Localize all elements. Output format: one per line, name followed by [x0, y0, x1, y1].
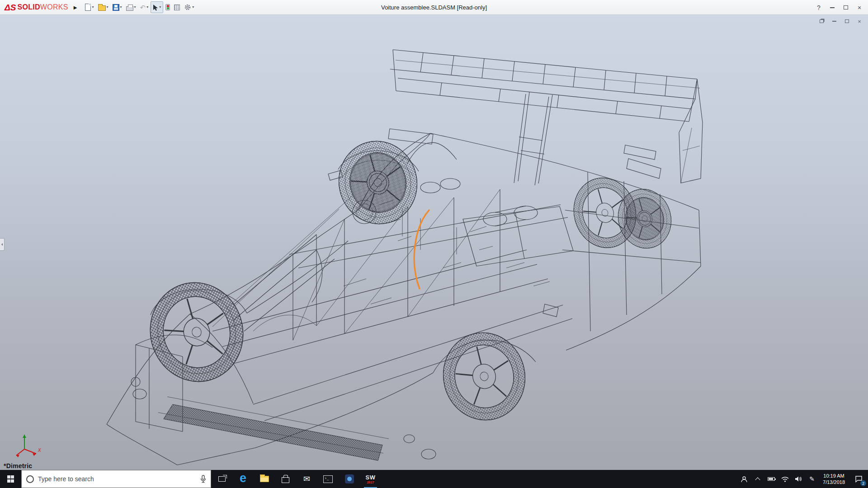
clock-date: 7/13/2018 [823, 479, 845, 485]
edge-icon: e [240, 472, 246, 484]
triad-x-label: X [38, 448, 41, 453]
taskbar-app-edge[interactable]: e [232, 470, 254, 488]
options-button[interactable]: ▾ [182, 1, 196, 13]
view-orientation-label: *Dimetric [4, 462, 32, 469]
solidworks-logo: ΔS SOLIDWORKS [0, 3, 72, 12]
windows-taskbar: e ✉ ›_ SW 2017 ✎ 10:19 AM 7/13/2018 2 [0, 470, 868, 488]
dropdown-caret-icon[interactable]: ▾ [107, 5, 108, 9]
clock-time: 10:19 AM [823, 473, 844, 479]
store-icon [282, 477, 289, 483]
menu-flyout-arrow-icon[interactable]: ▶ [74, 5, 77, 10]
tray-overflow-button[interactable] [751, 470, 764, 488]
undo-icon: ↶ [140, 4, 146, 11]
doc-minimize-button[interactable] [830, 18, 838, 25]
cortana-icon [26, 475, 34, 483]
windows-logo-icon [7, 475, 14, 483]
brand-name: SOLIDWORKS [17, 3, 68, 11]
print-icon [126, 6, 133, 11]
rebuild-button[interactable] [164, 1, 172, 13]
brand-works: WORKS [40, 3, 68, 11]
window-title: Voiture assemblee.SLDASM [Read-only] [381, 0, 487, 15]
people-button[interactable] [737, 470, 751, 488]
close-button[interactable]: × [853, 2, 866, 14]
system-tray: ✎ 10:19 AM 7/13/2018 2 [737, 470, 868, 488]
blue-app-icon [345, 474, 354, 483]
doc-restore-button[interactable] [817, 18, 826, 25]
doc-minimize-icon [832, 21, 836, 22]
taskbar-app-store[interactable] [275, 470, 296, 488]
ds-logo-icon: ΔS [5, 3, 16, 12]
dropdown-caret-icon[interactable]: ▾ [92, 5, 94, 9]
save-floppy-icon [113, 4, 119, 11]
battery-icon [768, 477, 775, 481]
dropdown-caret-icon[interactable]: ▾ [159, 5, 161, 9]
restore-button[interactable] [839, 2, 853, 14]
speaker-icon [795, 476, 802, 482]
doc-maximize-button[interactable] [843, 18, 851, 25]
brand-solid: SOLID [17, 3, 40, 11]
restore-icon [844, 5, 848, 9]
print-button[interactable]: ▾ [124, 1, 138, 13]
task-view-button[interactable] [211, 470, 232, 488]
doc-maximize-icon [845, 19, 849, 23]
taskbar-clock[interactable]: 10:19 AM 7/13/2018 [819, 473, 849, 485]
gear-icon [184, 4, 191, 11]
taskbar-app-blue[interactable] [339, 470, 360, 488]
windows-ink-button[interactable]: ✎ [805, 470, 819, 488]
task-view-icon [218, 476, 226, 482]
document-window-controls: × [817, 18, 863, 25]
notification-badge: 2 [860, 480, 866, 486]
model-wireframe-car[interactable] [0, 15, 868, 470]
action-center-button[interactable]: 2 [849, 470, 868, 488]
window-controls: ? × [812, 0, 866, 15]
file-explorer-icon [260, 476, 269, 482]
volume-button[interactable] [792, 470, 805, 488]
battery-button[interactable] [764, 470, 778, 488]
new-document-button[interactable]: ▾ [83, 1, 95, 13]
minimize-icon [830, 7, 835, 8]
taskbar-search-box[interactable] [21, 470, 211, 488]
network-button[interactable] [778, 470, 792, 488]
solidworks-2017-icon: SW 2017 [366, 474, 376, 484]
taskbar-app-command-prompt[interactable]: ›_ [317, 470, 339, 488]
rebuild-stoplight-icon [165, 4, 170, 10]
start-button[interactable] [0, 470, 21, 488]
open-folder-icon [98, 5, 106, 11]
dropdown-caret-icon[interactable]: ▾ [134, 5, 136, 9]
command-prompt-icon: ›_ [323, 475, 333, 483]
dropdown-caret-icon[interactable]: ▾ [120, 5, 122, 9]
minimize-button[interactable] [826, 2, 839, 14]
quick-access-toolbar: ▾ ▾ ▾ ▾ ↶▾ ▾ ▾ [83, 1, 196, 13]
dropdown-caret-icon[interactable]: ▾ [192, 5, 194, 9]
doc-restore-icon [820, 19, 824, 23]
panel-collapse-tab[interactable] [0, 238, 5, 251]
graphics-viewport[interactable]: × X *Dimetric [0, 15, 868, 470]
save-button[interactable]: ▾ [111, 1, 124, 13]
new-document-icon [85, 4, 91, 11]
dropdown-caret-icon[interactable]: ▾ [146, 5, 148, 9]
open-button[interactable]: ▾ [96, 1, 110, 13]
microphone-icon[interactable] [200, 475, 206, 483]
doc-close-button[interactable]: × [855, 18, 863, 25]
search-input[interactable] [38, 475, 196, 483]
select-cursor-icon [153, 4, 158, 11]
help-button[interactable]: ? [812, 2, 826, 14]
people-icon [741, 476, 748, 483]
titlebar: ΔS SOLIDWORKS ▶ ▾ ▾ ▾ ▾ ↶▾ ▾ ▾ Voiture a… [0, 0, 868, 15]
taskbar-app-mail[interactable]: ✉ [296, 470, 317, 488]
taskbar-app-solidworks[interactable]: SW 2017 [360, 470, 381, 488]
taskbar-app-file-explorer[interactable] [254, 470, 275, 488]
select-tool-button[interactable]: ▾ [151, 1, 163, 13]
file-properties-button[interactable] [172, 1, 182, 13]
orientation-triad: X [6, 428, 42, 459]
mail-envelope-icon: ✉ [303, 475, 310, 483]
file-properties-icon [174, 5, 180, 10]
wifi-icon [781, 476, 789, 482]
undo-button[interactable]: ↶▾ [138, 1, 151, 13]
chevron-up-icon [755, 477, 760, 482]
